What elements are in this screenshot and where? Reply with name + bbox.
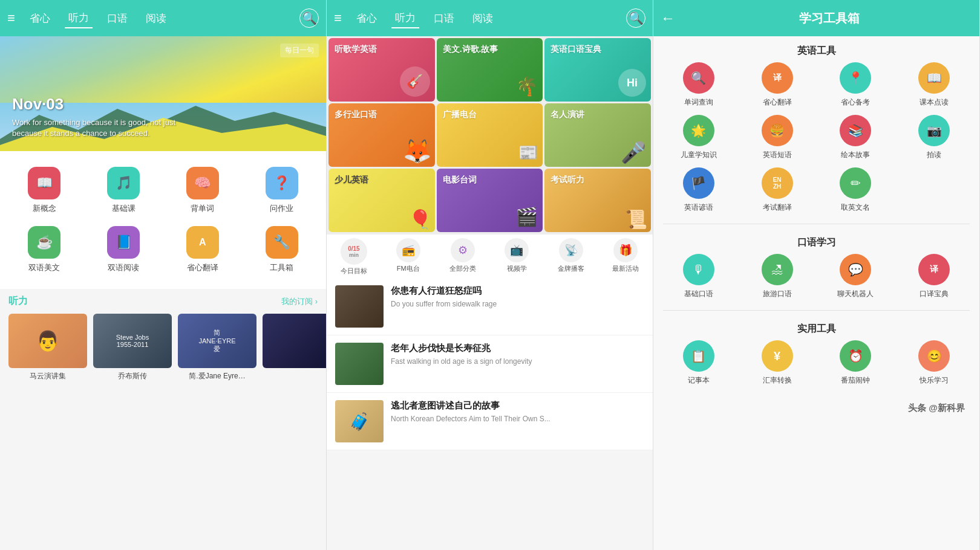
- card-icon-tingge: 🎸: [400, 66, 430, 97]
- nav-link-kouyu-1[interactable]: 口语: [103, 9, 131, 28]
- tool-label-chatbot: 聊天机器人: [837, 289, 874, 299]
- nav-link-yuedu-2[interactable]: 阅读: [469, 9, 497, 28]
- tool-huilv[interactable]: ¥ 汇率转换: [742, 340, 813, 386]
- tool-icon-jichu-kouyu: 🎙: [683, 254, 714, 285]
- icon-item-jichuke[interactable]: 🎵 基础课: [84, 161, 163, 220]
- tool-paidu[interactable]: 📷 拍读: [898, 115, 970, 160]
- icon-item-shuangyumeiwen[interactable]: ☕ 双语美文: [5, 220, 84, 279]
- toolbar-icon-jinri: 0/15 min: [341, 238, 367, 265]
- toolbar-label-gold-podcast: 金牌播客: [558, 264, 584, 273]
- toolbar-jinri[interactable]: 0/15 min 今日目标: [327, 238, 381, 276]
- listening-link[interactable]: 我的订阅 ›: [281, 296, 318, 307]
- tool-icon-lvyou-kouyu: 🏖: [762, 254, 793, 285]
- tool-jishiben[interactable]: 📋 记事本: [663, 340, 734, 386]
- news-item-2[interactable]: 🧳 逃北者意图讲述自己的故事 North Korean Defectors Ai…: [327, 393, 653, 450]
- news-item-0[interactable]: 你患有人行道狂怒症吗 Do you suffer from sidewalk r…: [327, 278, 653, 335]
- card-shaonu[interactable]: 少儿英语 🎈: [328, 169, 435, 232]
- search-icon-1[interactable]: 🔍: [299, 8, 319, 28]
- toolbar-gold-podcast[interactable]: 📡 金牌播客: [544, 238, 598, 276]
- card-mayun[interactable]: 👨 马云演讲集: [8, 314, 87, 381]
- tool-yanyu[interactable]: 🏴 英语谚语: [663, 167, 734, 213]
- icon-label-gongjuxiang: 工具箱: [270, 262, 293, 273]
- tool-icon-fanqie: ⏰: [840, 340, 871, 372]
- card-guangbo[interactable]: 广播电台 📰: [437, 103, 543, 167]
- tool-label-jishiben: 记事本: [688, 375, 710, 386]
- tool-icon-beikao: 📍: [840, 62, 871, 94]
- tool-qu-mingzi[interactable]: ✏ 取英文名: [820, 167, 892, 213]
- card-dianying[interactable]: 电影台词 🎬: [437, 169, 543, 232]
- tool-label-beikao: 省心备考: [841, 97, 870, 108]
- news-img-0: [335, 285, 384, 328]
- search-icon-2[interactable]: 🔍: [626, 8, 645, 28]
- nav-link-tingli-1[interactable]: 听力: [65, 8, 93, 28]
- tool-lvyou-kouyu[interactable]: 🏖 旅游口语: [742, 254, 813, 299]
- tool-diandu[interactable]: 📖 课本点读: [898, 62, 970, 108]
- listening-cards-row: 👨 马云演讲集 Steve Jobs1955-2011 乔布斯传 简JANE·E…: [0, 311, 326, 390]
- panel-3: ← 学习工具箱 英语工具 🔍 单词查询 译 省心翻译 📍 省心备考 📖 课本点读: [653, 0, 980, 550]
- nav-title-3: 学习工具箱: [686, 10, 972, 27]
- tool-ertong[interactable]: 🌟 儿童学知识: [663, 115, 734, 160]
- menu-icon-2[interactable]: ≡: [334, 10, 342, 26]
- dark-img: [263, 314, 326, 368]
- tool-icon-cihui: 🔍: [683, 62, 714, 94]
- card-icon-film: 🎬: [515, 206, 538, 227]
- card-kouyu-bao[interactable]: 英语口语宝典 Hi: [544, 38, 651, 102]
- card-jane-eyre[interactable]: 简JANE·EYRE爱 简.爱Jane Eyre…: [178, 314, 256, 381]
- tool-icon-paidu: 📷: [918, 115, 950, 146]
- news-item-1[interactable]: 老年人步伐快是长寿征兆 Fast walking in old age is a…: [327, 335, 653, 393]
- card-jobs[interactable]: Steve Jobs1955-2011 乔布斯传: [93, 314, 172, 381]
- nav-link-tingli-2[interactable]: 听力: [391, 8, 419, 28]
- icon-item-wenzuoye[interactable]: ❓ 问作业: [242, 161, 321, 220]
- nav-link-kouyu-2[interactable]: 口语: [430, 9, 458, 28]
- card-icon-radio: 📰: [518, 143, 538, 162]
- nav-link-shengxin-2[interactable]: 省心: [353, 9, 381, 28]
- card-mingren[interactable]: 名人演讲 🎤: [544, 103, 651, 167]
- divider-practical: [663, 310, 970, 311]
- card-dark[interactable]: [263, 314, 326, 381]
- tool-duanyu[interactable]: 🍔 英语短语: [742, 115, 813, 160]
- card-label-jobs: 乔布斯传: [118, 371, 147, 381]
- tool-label-cihui: 单词查询: [684, 97, 713, 108]
- tool-huiben[interactable]: 📚 绘本故事: [820, 115, 892, 160]
- tool-kuaile[interactable]: 😊 快乐学习: [898, 340, 970, 386]
- icon-item-shuangyuyuedu[interactable]: 📘 双语阅读: [84, 220, 163, 279]
- toolbar-video[interactable]: 📺 视频学: [489, 238, 544, 276]
- tool-kaoshi-fanyi[interactable]: ENZH 考试翻译: [742, 167, 813, 213]
- icon-item-beicianci[interactable]: 🧠 背单词: [163, 161, 243, 220]
- icon-item-shengxinfanyi[interactable]: A 省心翻译: [163, 220, 243, 279]
- card-tingge[interactable]: 听歌学英语 🎸: [328, 38, 435, 102]
- nav-link-shengxin-1[interactable]: 省心: [26, 9, 54, 28]
- tool-icon-huilv: ¥: [762, 340, 793, 372]
- nav-bar-3: ← 学习工具箱: [653, 0, 979, 36]
- card-kaoshi[interactable]: 考试听力 📜: [544, 169, 651, 232]
- tool-label-fanqie: 番茄闹钟: [841, 375, 870, 386]
- card-meiwen[interactable]: 美文.诗歌.故事 🌴: [437, 38, 543, 102]
- tool-fanqie[interactable]: ⏰ 番茄闹钟: [820, 340, 892, 386]
- icon-item-gongjuxiang[interactable]: 🔧 工具箱: [242, 220, 321, 279]
- nav-link-yuedu-1[interactable]: 阅读: [142, 9, 170, 28]
- tool-fanyi[interactable]: 译 省心翻译: [742, 62, 813, 108]
- tool-label-fanyi: 省心翻译: [763, 97, 792, 108]
- news-cn-0: 你患有人行道狂怒症吗: [391, 285, 644, 297]
- tool-cihui[interactable]: 🔍 单词查询: [663, 62, 734, 108]
- card-kouyu-duohangye[interactable]: 多行业口语 🦊: [328, 103, 435, 167]
- icon-item-xingainian[interactable]: 📖 新概念: [5, 161, 84, 220]
- icon-circle-shuangyuyuedu: 📘: [107, 226, 140, 259]
- oral-tools-grid: 🎙 基础口语 🏖 旅游口语 💬 聊天机器人 译 口译宝典: [663, 254, 970, 306]
- news-list: 你患有人行道狂怒症吗 Do you suffer from sidewalk r…: [327, 278, 653, 450]
- tool-chatbot[interactable]: 💬 聊天机器人: [820, 254, 892, 299]
- tool-jichu-kouyu[interactable]: 🎙 基础口语: [663, 254, 734, 299]
- tool-label-yanyu: 英语谚语: [684, 202, 713, 213]
- tool-beikao[interactable]: 📍 省心备考: [820, 62, 892, 108]
- tool-kouyi-baodian[interactable]: 译 口译宝典: [898, 254, 970, 299]
- toolbar-all-cat[interactable]: ⚙ 全部分类: [436, 238, 490, 276]
- menu-icon-1[interactable]: ≡: [7, 10, 15, 26]
- toolbar-fm[interactable]: 📻 FM电台: [381, 238, 436, 276]
- card-label-meiwen: 美文.诗歌.故事: [443, 44, 498, 55]
- toolbar-new-activity[interactable]: 🎁 最新活动: [598, 238, 653, 276]
- panel-2: ≡ 省心 听力 口语 阅读 🔍 听歌学英语 🎸 美文.诗歌.故事 🌴 英语口语宝…: [327, 0, 653, 550]
- tools-content: 英语工具 🔍 单词查询 译 省心翻译 📍 省心备考 📖 课本点读 🌟 儿童学知识: [653, 36, 979, 550]
- tool-label-jichu-kouyu: 基础口语: [684, 289, 713, 299]
- mayun-img: 👨: [8, 314, 87, 368]
- back-icon-3[interactable]: ←: [661, 10, 675, 27]
